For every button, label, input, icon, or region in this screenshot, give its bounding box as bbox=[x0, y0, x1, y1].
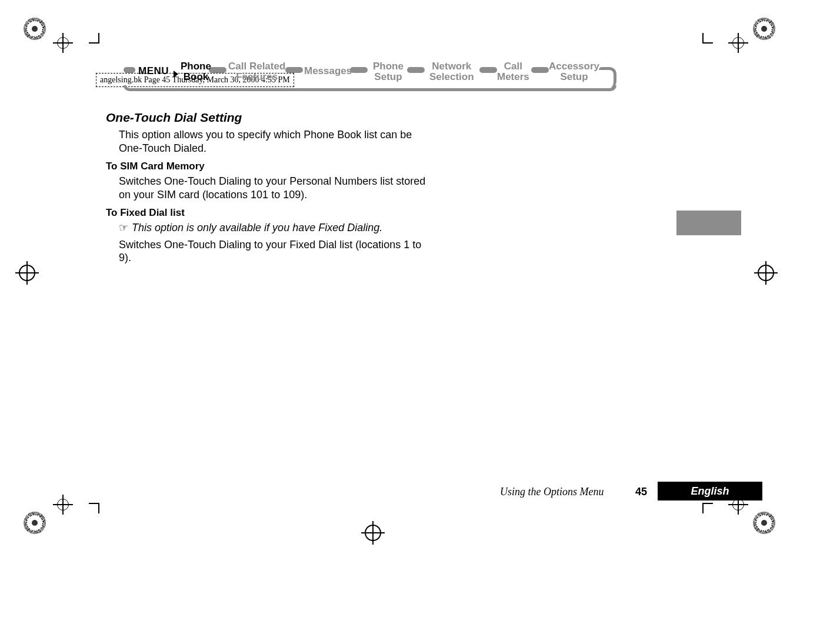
crosshair-icon bbox=[758, 265, 774, 281]
nav-item-line1: Network bbox=[429, 61, 474, 72]
crosshair-icon bbox=[732, 37, 744, 49]
crosshair-icon bbox=[57, 499, 69, 510]
nav-item-phone-book: Phone Book bbox=[181, 61, 211, 82]
note-icon: ☞ bbox=[119, 221, 128, 234]
nav-item-line1: Messages bbox=[304, 66, 352, 76]
page-content: One-Touch Dial Setting This option allow… bbox=[106, 106, 426, 271]
crosshair-icon bbox=[57, 37, 69, 49]
crop-mark-icon bbox=[702, 24, 722, 44]
footer-page-number: 45 bbox=[635, 486, 647, 498]
chevron-right-icon bbox=[174, 71, 178, 78]
nav-connector bbox=[407, 67, 425, 73]
footer-chapter: Using the Options Menu bbox=[500, 486, 604, 498]
nav-item-messages: Messages bbox=[304, 66, 352, 76]
menu-label: MENU bbox=[138, 66, 169, 76]
nav-connector-return bbox=[124, 85, 616, 91]
footer-language-badge: English bbox=[658, 482, 762, 500]
subsection-note-fixed: This option is only available if you hav… bbox=[132, 221, 382, 235]
svg-marker-0 bbox=[174, 71, 178, 78]
nav-item-line1: Phone bbox=[373, 61, 404, 72]
crosshair-icon bbox=[19, 265, 35, 281]
nav-connector bbox=[285, 67, 303, 73]
nav-item-line2: Book bbox=[181, 72, 211, 82]
registration-mark-icon bbox=[753, 512, 775, 534]
nav-item-line1: Accessory bbox=[549, 61, 599, 72]
nav-connector bbox=[599, 67, 616, 88]
crop-mark-icon bbox=[79, 503, 99, 523]
registration-mark-icon bbox=[24, 512, 46, 534]
crosshair-icon bbox=[365, 525, 381, 541]
subsection-body-sim: Switches One-Touch Dialing to your Perso… bbox=[119, 175, 426, 201]
section-intro: This option allows you to specify which … bbox=[119, 128, 426, 155]
nav-item-phone-setup: Phone Setup bbox=[373, 61, 404, 82]
nav-item-line1: Phone bbox=[181, 61, 211, 72]
nav-item-line1: Call Related bbox=[228, 61, 285, 72]
nav-item-network-selection: Network Selection bbox=[429, 61, 474, 82]
registration-mark-icon bbox=[24, 18, 46, 40]
crop-mark-icon bbox=[702, 503, 722, 523]
thumb-index-tab bbox=[676, 211, 741, 235]
nav-connector bbox=[479, 67, 497, 73]
subsection-body-fixed: Switches One-Touch Dialing to your Fixed… bbox=[119, 238, 426, 265]
crosshair-icon bbox=[732, 499, 744, 510]
nav-item-line2: Setup bbox=[373, 72, 404, 82]
nav-item-call-meters: Call Meters bbox=[497, 61, 529, 82]
nav-item-line2: Setup bbox=[549, 72, 599, 82]
registration-mark-icon bbox=[753, 18, 775, 40]
subsection-title-fixed: To Fixed Dial list bbox=[106, 207, 426, 219]
nav-item-line2: Features bbox=[228, 72, 285, 82]
nav-connector bbox=[350, 67, 368, 73]
nav-connector bbox=[124, 67, 135, 73]
nav-item-line2: Meters bbox=[497, 72, 529, 82]
menu-nav: MENU Phone Book Call Related Features Me… bbox=[124, 59, 693, 94]
section-title: One-Touch Dial Setting bbox=[106, 111, 426, 125]
nav-item-accessory-setup: Accessory Setup bbox=[549, 61, 599, 82]
crop-mark-icon bbox=[79, 24, 99, 44]
nav-connector bbox=[531, 67, 549, 73]
nav-item-line1: Call bbox=[497, 61, 529, 72]
nav-connector bbox=[209, 67, 226, 73]
nav-item-call-related-features: Call Related Features bbox=[228, 61, 285, 82]
nav-item-line2: Selection bbox=[429, 72, 474, 82]
subsection-title-sim: To SIM Card Memory bbox=[106, 161, 426, 172]
